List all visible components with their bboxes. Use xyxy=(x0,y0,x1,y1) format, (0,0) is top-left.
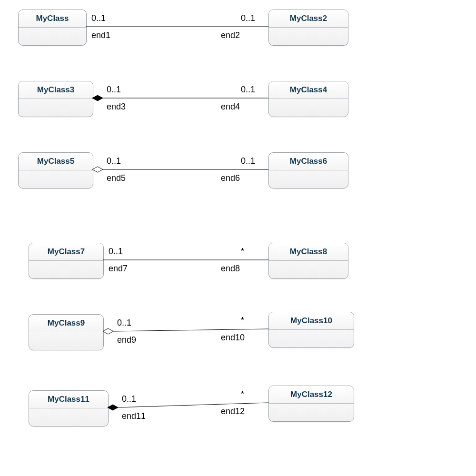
multiplicity-label: 0..1 xyxy=(241,85,255,95)
class-title: MyClass8 xyxy=(269,243,348,261)
class-body xyxy=(19,99,93,115)
class-body xyxy=(269,28,348,44)
class-title: MyClass3 xyxy=(19,81,93,99)
class-box-myclass12[interactable]: MyClass12 xyxy=(268,386,354,422)
class-box-myclass10[interactable]: MyClass10 xyxy=(268,312,354,348)
class-title: MyClass9 xyxy=(29,315,103,332)
multiplicity-label: 0..1 xyxy=(109,247,123,257)
multiplicity-label: 0..1 xyxy=(107,85,121,95)
class-body xyxy=(19,28,86,44)
class-title: MyClass6 xyxy=(269,153,348,170)
role-label: end11 xyxy=(122,411,146,421)
class-box-myclass[interactable]: MyClass xyxy=(18,10,87,46)
class-box-myclass11[interactable]: MyClass11 xyxy=(29,390,109,426)
role-label: end7 xyxy=(109,264,128,274)
multiplicity-label: * xyxy=(241,247,244,257)
role-label: end9 xyxy=(117,335,136,345)
role-label: end10 xyxy=(221,333,245,343)
multiplicity-label: * xyxy=(241,316,244,326)
role-label: end1 xyxy=(91,30,110,40)
composition-diamond-icon xyxy=(108,405,118,410)
class-title: MyClass7 xyxy=(29,243,103,261)
class-title: MyClass11 xyxy=(29,391,108,408)
class-box-myclass2[interactable]: MyClass2 xyxy=(268,10,348,46)
class-body xyxy=(269,170,348,187)
class-body xyxy=(29,261,103,277)
class-box-myclass9[interactable]: MyClass9 xyxy=(29,314,104,350)
class-title: MyClass xyxy=(19,10,86,28)
aggregation-diamond-icon xyxy=(103,328,113,334)
role-label: end2 xyxy=(221,30,240,40)
role-label: end3 xyxy=(107,102,126,112)
association-segment xyxy=(118,403,268,407)
class-box-myclass5[interactable]: MyClass5 xyxy=(18,152,93,188)
class-box-myclass8[interactable]: MyClass8 xyxy=(268,243,348,279)
multiplicity-label: 0..1 xyxy=(91,13,106,23)
class-body xyxy=(29,332,103,348)
multiplicity-label: 0..1 xyxy=(122,394,136,404)
multiplicity-label: 0..1 xyxy=(107,156,121,166)
role-label: end12 xyxy=(221,407,245,416)
class-body xyxy=(269,404,354,420)
class-body xyxy=(29,408,108,425)
class-body xyxy=(269,261,348,277)
class-title: MyClass10 xyxy=(269,312,354,330)
aggregation-diamond-icon xyxy=(92,167,103,172)
class-title: MyClass4 xyxy=(269,81,348,99)
multiplicity-label: * xyxy=(241,389,244,399)
class-title: MyClass5 xyxy=(19,153,93,170)
class-title: MyClass12 xyxy=(269,386,354,404)
class-box-myclass4[interactable]: MyClass4 xyxy=(268,81,348,117)
role-label: end6 xyxy=(221,173,240,183)
class-body xyxy=(269,330,354,346)
multiplicity-label: 0..1 xyxy=(241,156,255,166)
role-label: end8 xyxy=(221,264,240,274)
multiplicity-label: 0..1 xyxy=(241,13,255,23)
class-body xyxy=(269,99,348,115)
class-box-myclass7[interactable]: MyClass7 xyxy=(29,243,104,279)
multiplicity-label: 0..1 xyxy=(117,318,131,328)
association-segment xyxy=(113,329,268,331)
class-box-myclass3[interactable]: MyClass3 xyxy=(18,81,93,117)
class-box-myclass6[interactable]: MyClass6 xyxy=(268,152,348,188)
composition-diamond-icon xyxy=(92,95,103,101)
role-label: end5 xyxy=(107,173,126,183)
class-body xyxy=(19,170,93,187)
role-label: end4 xyxy=(221,102,240,112)
class-title: MyClass2 xyxy=(269,10,348,28)
